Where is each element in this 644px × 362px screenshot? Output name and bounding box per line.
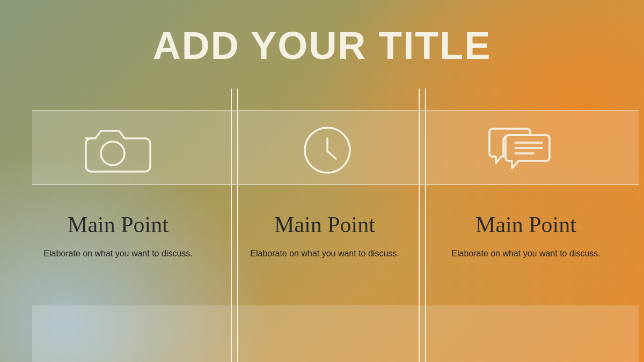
divider-line [231,88,232,362]
point-block: Main Point Elaborate on what you want to… [43,212,193,260]
point-heading: Main Point [250,212,400,238]
camera-icon [78,123,153,174]
bottom-band [32,306,639,362]
slide-title: ADD YOUR TITLE [0,24,644,68]
divider-line [425,88,426,362]
point-description: Elaborate on what you want to discuss. [451,247,601,260]
point-description: Elaborate on what you want to discuss. [250,247,400,260]
point-heading: Main Point [43,212,193,238]
svg-point-0 [101,142,125,165]
divider-line [237,88,238,362]
point-block: Main Point Elaborate on what you want to… [451,212,601,260]
point-heading: Main Point [451,212,601,238]
point-description: Elaborate on what you want to discuss. [43,247,193,260]
point-block: Main Point Elaborate on what you want to… [250,212,400,260]
chat-icon [488,123,553,177]
clock-icon [301,123,354,177]
divider-line [419,88,420,362]
